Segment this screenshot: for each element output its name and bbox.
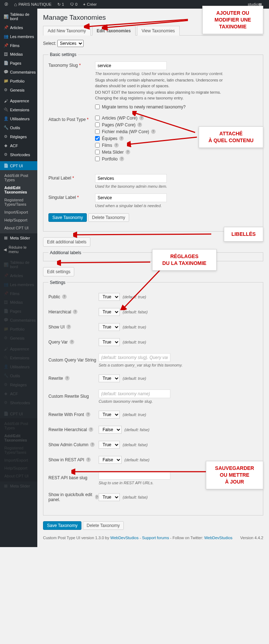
setting-input[interactable] [99,353,170,362]
sidebar-item[interactable]: 🖼Médias [0,50,37,59]
sidebar-item[interactable]: 🔌Extensions [0,105,37,114]
setting-select[interactable]: False [99,426,122,434]
menu-label: Apparence [10,99,29,103]
arrow-icon [127,134,199,149]
submenu-item[interactable]: Import/Export [0,208,37,216]
sidebar-item[interactable]: ⚙Réglages [0,132,37,141]
save-button-bottom[interactable]: Save Taxonomy [43,521,81,530]
setting-label: Rewrite [48,376,63,381]
footer-link-twitter[interactable]: WebDevStudios [204,536,232,540]
sidebar-item[interactable]: 📌Articles [0,23,37,32]
help-icon[interactable]: ? [86,457,91,462]
site-name[interactable]: PARIS NAUTIQUE [13,1,52,7]
sidebar-item[interactable]: ⚙Shortcodes [0,150,37,159]
footer-link-support[interactable]: Support forums [142,536,169,540]
help-icon[interactable]: ? [126,150,130,154]
sidebar-item[interactable]: 🖌Apparence [0,97,37,105]
sidebar-item-shadow: 👤Utilisateurs [0,362,37,371]
plural-input[interactable] [95,174,167,183]
sidebar-item[interactable]: 🔧Outils [0,123,37,132]
help-icon[interactable]: ? [90,442,95,447]
new-content[interactable]: Créer [82,2,97,6]
submenu-item[interactable]: Help/Support [0,216,37,224]
delete-button[interactable]: Delete Taxonomy [88,213,129,222]
sidebar-item[interactable]: 👤Utilisateurs [0,114,37,123]
sidebar-item[interactable]: 📄CPT UI [0,161,37,170]
help-icon[interactable]: ? [62,294,67,299]
setting-desc: Custom taxonomy rewrite slug. [99,399,170,403]
migrate-checkbox[interactable] [95,104,100,109]
post-type-checkbox[interactable] [95,136,100,141]
singular-input[interactable] [95,193,167,202]
setting-hint: (default: false) [124,428,150,432]
help-icon[interactable]: ? [65,376,70,381]
help-icon[interactable]: ? [89,427,93,432]
sidebar-item[interactable]: 💬Commentaires [0,67,37,76]
slug-input[interactable] [95,61,167,70]
edit-additional-labels-button[interactable]: Edit additional labels [43,237,90,247]
help-icon[interactable]: ? [95,495,99,499]
post-type-checkbox[interactable] [95,150,100,154]
taxonomy-select[interactable]: Services [57,40,84,47]
sidebar-item-shadow: 🖼Médias [0,298,37,307]
sidebar-item[interactable]: ▦Meta Slider [0,233,37,242]
comments[interactable]: 0 [69,2,77,6]
submenu-item[interactable]: About CPT UI [0,224,37,232]
sidebar-item[interactable]: 📌Films [0,41,37,50]
help-icon[interactable]: ? [119,136,124,141]
sidebar-item[interactable]: ◆ACF [0,141,37,150]
submenu-item[interactable]: Add/Edit Taxonomies [0,184,37,196]
plural-desc: Used for the taxonomy admin menu item. [95,184,231,189]
submenu-item[interactable]: Add/Edit Post Types [0,172,37,184]
setting-hint: (default: true) [123,376,146,381]
menu-label: Genesis [10,88,24,92]
delete-button-bottom[interactable]: Delete Taxonomy [83,521,124,530]
sidebar-item[interactable]: 👥Les membres [0,32,37,41]
submenu: Add/Edit Post TypesAdd/Edit TaxonomiesRe… [0,170,37,233]
plural-label: Plural Label [48,176,71,181]
sidebar-item[interactable]: 📄Pages [0,59,37,67]
setting-desc: Sets a custom query_var slug for this ta… [99,363,183,367]
sidebar-item[interactable]: 📁Portfolio [0,76,37,85]
updates[interactable]: 1 [56,2,64,7]
setting-input[interactable] [99,389,170,398]
setting-select[interactable]: True [99,441,120,449]
post-type-checkbox[interactable] [95,116,100,120]
post-type-checkbox[interactable] [95,143,100,148]
setting-row: Custom Rewrite SlugCustom taxonomy rewri… [48,389,258,403]
help-icon[interactable]: ? [66,325,71,329]
setting-select[interactable]: True [99,411,120,419]
sidebar-item-shadow: 📄Pages [0,307,37,316]
setting-select[interactable]: False [99,456,122,464]
post-type-checkbox[interactable] [95,157,100,161]
menu-label: Réglages [10,135,27,139]
collapse-menu[interactable]: ◀Réduire le menu [0,242,37,257]
setting-select[interactable]: True [99,493,120,501]
setting-select[interactable]: True [99,323,120,331]
setting-hint: (default: false) [123,495,148,499]
help-icon[interactable]: ? [119,157,124,161]
sidebar-item-shadow: ⚙Shortcodes [0,398,37,407]
sidebar-item[interactable]: 📊Tableau de bord [0,10,37,23]
tab[interactable]: Add New Taxonomy [43,26,91,36]
post-type-checkbox[interactable] [95,129,100,134]
edit-settings-button[interactable]: Edit settings [43,267,74,276]
arrow-icon [71,468,211,475]
setting-select[interactable]: True [99,308,120,316]
slug-warn1: Slugs should only contain alphanumeric, … [95,78,231,89]
sidebar-item-shadow: 📊Tableau de bord [0,258,37,271]
sidebar-item[interactable]: ⚙Genesis [0,85,37,94]
footer-link-webdevstudios[interactable]: WebDevStudios [110,536,139,540]
help-icon[interactable]: ? [114,143,119,148]
help-icon[interactable]: ? [70,340,74,344]
help-icon[interactable]: ? [86,412,90,417]
setting-select[interactable]: True [99,374,120,382]
menu-icon: 📌 [4,25,8,30]
setting-select[interactable]: True [99,293,120,301]
help-icon[interactable]: ? [73,309,77,314]
wp-logo[interactable] [3,2,8,6]
submenu-item[interactable]: Registered Types/Taxes [0,196,37,208]
save-button[interactable]: Save Taxonomy [48,213,87,222]
post-type-checkbox[interactable] [95,122,100,127]
setting-select[interactable]: True [99,338,120,346]
